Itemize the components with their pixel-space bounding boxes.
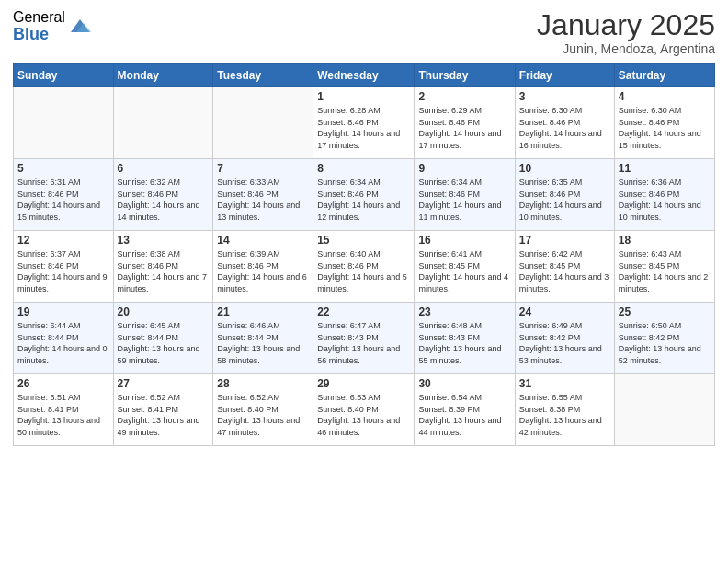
table-row: 31Sunrise: 6:55 AM Sunset: 8:38 PM Dayli…	[515, 374, 614, 446]
day-number: 13	[118, 234, 210, 247]
day-info: Sunrise: 6:34 AM Sunset: 8:46 PM Dayligh…	[317, 177, 410, 223]
day-number: 27	[118, 377, 210, 390]
calendar-week-row: 19Sunrise: 6:44 AM Sunset: 8:44 PM Dayli…	[14, 303, 715, 374]
day-info: Sunrise: 6:47 AM Sunset: 8:43 PM Dayligh…	[317, 320, 410, 366]
calendar-table: Sunday Monday Tuesday Wednesday Thursday…	[13, 63, 715, 446]
calendar-week-row: 5Sunrise: 6:31 AM Sunset: 8:46 PM Daylig…	[14, 159, 715, 231]
day-info: Sunrise: 6:55 AM Sunset: 8:38 PM Dayligh…	[519, 392, 610, 438]
header-wednesday: Wednesday	[313, 64, 415, 87]
day-number: 2	[418, 90, 510, 103]
day-number: 4	[619, 90, 711, 103]
day-info: Sunrise: 6:28 AM Sunset: 8:46 PM Dayligh…	[317, 105, 410, 151]
day-info: Sunrise: 6:50 AM Sunset: 8:42 PM Dayligh…	[619, 320, 711, 366]
day-number: 26	[17, 377, 109, 390]
calendar-week-row: 12Sunrise: 6:37 AM Sunset: 8:46 PM Dayli…	[14, 231, 715, 303]
table-row: 5Sunrise: 6:31 AM Sunset: 8:46 PM Daylig…	[14, 159, 114, 231]
day-number: 21	[217, 305, 309, 318]
day-info: Sunrise: 6:32 AM Sunset: 8:46 PM Dayligh…	[118, 177, 210, 223]
table-row	[213, 87, 313, 159]
day-number: 14	[217, 234, 309, 247]
day-info: Sunrise: 6:48 AM Sunset: 8:43 PM Dayligh…	[418, 320, 510, 366]
table-row: 19Sunrise: 6:44 AM Sunset: 8:44 PM Dayli…	[14, 303, 114, 374]
day-number: 5	[17, 162, 109, 175]
table-row: 29Sunrise: 6:53 AM Sunset: 8:40 PM Dayli…	[313, 374, 415, 446]
logo: General Blue	[13, 9, 93, 43]
day-number: 11	[619, 162, 711, 175]
day-number: 3	[519, 90, 610, 103]
day-number: 6	[118, 162, 210, 175]
day-info: Sunrise: 6:30 AM Sunset: 8:46 PM Dayligh…	[519, 105, 610, 151]
table-row: 30Sunrise: 6:54 AM Sunset: 8:39 PM Dayli…	[415, 374, 515, 446]
logo-blue: Blue	[13, 26, 65, 44]
day-number: 10	[519, 162, 610, 175]
table-row: 8Sunrise: 6:34 AM Sunset: 8:46 PM Daylig…	[313, 159, 415, 231]
header-sunday: Sunday	[14, 64, 114, 87]
table-row: 26Sunrise: 6:51 AM Sunset: 8:41 PM Dayli…	[14, 374, 114, 446]
location-subtitle: Junin, Mendoza, Argentina	[537, 41, 715, 56]
day-number: 8	[317, 162, 410, 175]
day-number: 28	[217, 377, 309, 390]
day-number: 19	[17, 305, 109, 318]
day-info: Sunrise: 6:52 AM Sunset: 8:40 PM Dayligh…	[217, 392, 309, 438]
header-tuesday: Tuesday	[213, 64, 313, 87]
day-info: Sunrise: 6:42 AM Sunset: 8:45 PM Dayligh…	[519, 248, 610, 294]
table-row: 6Sunrise: 6:32 AM Sunset: 8:46 PM Daylig…	[113, 159, 213, 231]
table-row: 1Sunrise: 6:28 AM Sunset: 8:46 PM Daylig…	[313, 87, 415, 159]
day-info: Sunrise: 6:34 AM Sunset: 8:46 PM Dayligh…	[418, 177, 510, 223]
table-row: 14Sunrise: 6:39 AM Sunset: 8:46 PM Dayli…	[213, 231, 313, 303]
day-number: 17	[519, 234, 610, 247]
table-row: 3Sunrise: 6:30 AM Sunset: 8:46 PM Daylig…	[515, 87, 614, 159]
header-saturday: Saturday	[614, 64, 714, 87]
day-number: 31	[519, 377, 610, 390]
page-container: General Blue January 2025 Junin, Mendoza…	[0, 0, 728, 563]
day-number: 20	[118, 305, 210, 318]
table-row: 28Sunrise: 6:52 AM Sunset: 8:40 PM Dayli…	[213, 374, 313, 446]
day-number: 29	[317, 377, 410, 390]
day-info: Sunrise: 6:54 AM Sunset: 8:39 PM Dayligh…	[418, 392, 510, 438]
day-info: Sunrise: 6:45 AM Sunset: 8:44 PM Dayligh…	[118, 320, 210, 366]
table-row: 17Sunrise: 6:42 AM Sunset: 8:45 PM Dayli…	[515, 231, 614, 303]
day-number: 24	[519, 305, 610, 318]
day-info: Sunrise: 6:35 AM Sunset: 8:46 PM Dayligh…	[519, 177, 610, 223]
table-row: 18Sunrise: 6:43 AM Sunset: 8:45 PM Dayli…	[614, 231, 714, 303]
day-number: 30	[418, 377, 510, 390]
table-row: 4Sunrise: 6:30 AM Sunset: 8:46 PM Daylig…	[614, 87, 714, 159]
calendar-week-row: 26Sunrise: 6:51 AM Sunset: 8:41 PM Dayli…	[14, 374, 715, 446]
title-section: January 2025 Junin, Mendoza, Argentina	[537, 9, 715, 56]
table-row: 22Sunrise: 6:47 AM Sunset: 8:43 PM Dayli…	[313, 303, 415, 374]
table-row: 16Sunrise: 6:41 AM Sunset: 8:45 PM Dayli…	[415, 231, 515, 303]
day-info: Sunrise: 6:46 AM Sunset: 8:44 PM Dayligh…	[217, 320, 309, 366]
day-number: 18	[619, 234, 711, 247]
table-row: 12Sunrise: 6:37 AM Sunset: 8:46 PM Dayli…	[14, 231, 114, 303]
day-info: Sunrise: 6:53 AM Sunset: 8:40 PM Dayligh…	[317, 392, 410, 438]
day-number: 22	[317, 305, 410, 318]
day-info: Sunrise: 6:39 AM Sunset: 8:46 PM Dayligh…	[217, 248, 309, 294]
logo-general: General	[13, 9, 65, 26]
table-row	[113, 87, 213, 159]
day-info: Sunrise: 6:31 AM Sunset: 8:46 PM Dayligh…	[17, 177, 109, 223]
table-row: 2Sunrise: 6:29 AM Sunset: 8:46 PM Daylig…	[415, 87, 515, 159]
table-row: 15Sunrise: 6:40 AM Sunset: 8:46 PM Dayli…	[313, 231, 415, 303]
calendar-header-row: Sunday Monday Tuesday Wednesday Thursday…	[14, 64, 715, 87]
day-info: Sunrise: 6:37 AM Sunset: 8:46 PM Dayligh…	[17, 248, 109, 294]
day-number: 16	[418, 234, 510, 247]
table-row: 10Sunrise: 6:35 AM Sunset: 8:46 PM Dayli…	[515, 159, 614, 231]
table-row: 25Sunrise: 6:50 AM Sunset: 8:42 PM Dayli…	[614, 303, 714, 374]
day-info: Sunrise: 6:52 AM Sunset: 8:41 PM Dayligh…	[118, 392, 210, 438]
day-info: Sunrise: 6:33 AM Sunset: 8:46 PM Dayligh…	[217, 177, 309, 223]
day-info: Sunrise: 6:29 AM Sunset: 8:46 PM Dayligh…	[418, 105, 510, 151]
day-number: 23	[418, 305, 510, 318]
table-row	[614, 374, 714, 446]
day-info: Sunrise: 6:40 AM Sunset: 8:46 PM Dayligh…	[317, 248, 410, 294]
day-number: 12	[17, 234, 109, 247]
day-info: Sunrise: 6:41 AM Sunset: 8:45 PM Dayligh…	[418, 248, 510, 294]
header-monday: Monday	[113, 64, 213, 87]
logo-icon	[67, 14, 93, 40]
header-friday: Friday	[515, 64, 614, 87]
header-thursday: Thursday	[415, 64, 515, 87]
logo-text: General Blue	[13, 9, 65, 43]
day-info: Sunrise: 6:51 AM Sunset: 8:41 PM Dayligh…	[17, 392, 109, 438]
table-row: 21Sunrise: 6:46 AM Sunset: 8:44 PM Dayli…	[213, 303, 313, 374]
day-number: 25	[619, 305, 711, 318]
month-title: January 2025	[537, 9, 715, 41]
